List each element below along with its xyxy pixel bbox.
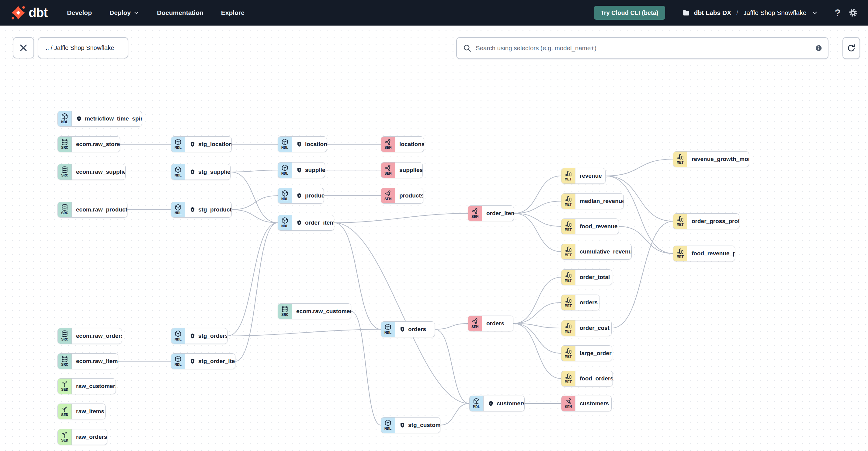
node-customers_sem[interactable]: SEMcustomers bbox=[561, 396, 612, 412]
mdl-badge: MDL bbox=[381, 322, 395, 337]
try-cloud-cli-button[interactable]: Try Cloud CLI (beta) bbox=[594, 6, 665, 20]
node-stg_supplies[interactable]: MDLstg_supplies bbox=[171, 164, 230, 180]
mdl-badge: MDL bbox=[171, 202, 185, 217]
src-badge: SRC bbox=[58, 328, 72, 343]
node-sed_raw_items[interactable]: SEDraw_items bbox=[58, 403, 105, 419]
node-met_order_total[interactable]: METorder_total bbox=[561, 269, 612, 285]
met-badge: MET bbox=[561, 168, 576, 183]
nav-item-documentation[interactable]: Documentation bbox=[157, 9, 204, 17]
node-raw_supplies[interactable]: SRCecom.raw_supplies bbox=[58, 164, 126, 180]
metric-icon bbox=[677, 248, 684, 255]
node-order_item_sem[interactable]: SEMorder_item bbox=[468, 205, 514, 221]
help-icon[interactable]: ? bbox=[835, 7, 841, 19]
node-locations_mdl[interactable]: MDLlocations bbox=[278, 136, 327, 152]
node-label: orders bbox=[482, 316, 509, 331]
cube-icon bbox=[281, 190, 288, 197]
account-name: dbt Labs DX bbox=[694, 9, 732, 17]
database-icon bbox=[281, 305, 288, 312]
nav-item-deploy[interactable]: Deploy bbox=[110, 9, 139, 17]
node-label: order_total bbox=[576, 270, 612, 285]
node-met_order_gross_profit[interactable]: METorder_gross_profit bbox=[673, 213, 739, 229]
node-label: revenue bbox=[576, 168, 605, 183]
node-label: stg_products bbox=[185, 202, 231, 217]
info-icon[interactable] bbox=[815, 44, 823, 52]
node-stg_customers[interactable]: MDLstg_customers bbox=[381, 417, 440, 433]
nav-menu: DevelopDeployDocumentationExplore bbox=[67, 9, 245, 17]
cube-icon bbox=[384, 419, 392, 426]
cube-icon bbox=[281, 164, 288, 171]
node-customers_mdl[interactable]: MDLcustomers bbox=[469, 396, 525, 412]
shield-icon bbox=[296, 220, 302, 226]
node-type-label: SRC bbox=[61, 174, 68, 178]
search-input[interactable] bbox=[476, 44, 811, 52]
node-met_revenue_growth_mom[interactable]: METrevenue_growth_mom bbox=[673, 151, 749, 167]
node-raw_stores[interactable]: SRCecom.raw_stores bbox=[58, 136, 120, 152]
mdl-badge: MDL bbox=[470, 396, 484, 411]
node-stg_orders[interactable]: MDLstg_orders bbox=[171, 328, 227, 344]
node-sed_raw_customers[interactable]: SEDraw_customers bbox=[58, 378, 116, 394]
project-selector[interactable]: dbt Labs DX / Jaffle Shop Snowflake bbox=[682, 9, 818, 17]
node-label: stg_locations bbox=[185, 137, 231, 152]
src-badge: SRC bbox=[58, 137, 72, 152]
nav-item-develop[interactable]: Develop bbox=[67, 9, 92, 17]
src-badge: SRC bbox=[58, 354, 72, 369]
close-lineage-button[interactable] bbox=[13, 37, 34, 58]
node-orders_mdl[interactable]: MDLorders bbox=[381, 321, 435, 337]
node-raw_products[interactable]: SRCecom.raw_products bbox=[58, 202, 127, 218]
database-icon bbox=[61, 356, 68, 362]
node-raw_orders_src[interactable]: SRCecom.raw_orders bbox=[58, 328, 122, 344]
node-type-label: MET bbox=[565, 355, 572, 359]
node-orders_sem[interactable]: SEMorders bbox=[468, 315, 514, 331]
node-met_cumulative_revenue[interactable]: METcumulative_revenue bbox=[561, 244, 632, 260]
node-stg_locations[interactable]: MDLstg_locations bbox=[171, 136, 232, 152]
node-metricflow_time_spine[interactable]: MDLmetricflow_time_spine bbox=[58, 111, 142, 127]
shield-icon bbox=[189, 333, 195, 339]
node-products_sem[interactable]: SEMproducts bbox=[381, 188, 423, 204]
cube-icon bbox=[175, 166, 182, 173]
lineage-canvas[interactable]: MDLmetricflow_time_spineSRCecom.raw_stor… bbox=[0, 26, 868, 451]
gear-icon[interactable] bbox=[848, 8, 858, 17]
node-stg_order_items[interactable]: MDLstg_order_items bbox=[171, 353, 236, 369]
node-met_food_revenue[interactable]: METfood_revenue bbox=[561, 218, 619, 234]
dbt-logo[interactable]: dbt bbox=[11, 5, 48, 20]
node-raw_items_src[interactable]: SRCecom.raw_items bbox=[58, 353, 118, 369]
node-supplies_sem[interactable]: SEMsupplies bbox=[381, 162, 423, 178]
node-type-label: SEM bbox=[384, 172, 392, 176]
sem-badge: SEM bbox=[381, 137, 395, 152]
node-order_items_mdl[interactable]: MDLorder_items bbox=[278, 215, 334, 231]
node-label: customers bbox=[484, 396, 524, 411]
node-label: ecom.raw_supplies bbox=[72, 164, 125, 180]
cube-icon bbox=[175, 330, 182, 337]
refresh-button[interactable] bbox=[842, 37, 860, 59]
met-badge: MET bbox=[561, 346, 576, 361]
met-badge: MET bbox=[561, 321, 576, 336]
node-type-label: MDL bbox=[175, 146, 182, 150]
breadcrumb-separator: / bbox=[735, 9, 739, 17]
nav-item-explore[interactable]: Explore bbox=[221, 9, 245, 17]
node-type-label: MDL bbox=[384, 331, 392, 335]
node-met_revenue[interactable]: METrevenue bbox=[561, 168, 606, 184]
node-type-label: MDL bbox=[175, 211, 182, 215]
node-locations_sem[interactable]: SEMlocations bbox=[381, 136, 424, 152]
node-raw_customers_src[interactable]: SRCecom.raw_customers bbox=[278, 303, 351, 319]
node-met_food_revenue_pct[interactable]: METfood_revenue_pct bbox=[673, 246, 735, 262]
node-met_order_cost[interactable]: METorder_cost bbox=[561, 320, 612, 336]
node-sed_raw_orders[interactable]: SEDraw_orders bbox=[58, 429, 107, 445]
node-met_orders[interactable]: METorders bbox=[561, 295, 599, 310]
mdl-badge: MDL bbox=[278, 188, 292, 203]
breadcrumb[interactable]: .. / Jaffle Shop Snowflake bbox=[38, 37, 128, 58]
met-badge: MET bbox=[561, 219, 576, 234]
node-met_median_revenue[interactable]: METmedian_revenue bbox=[561, 193, 624, 209]
chevron-down-icon bbox=[133, 10, 139, 16]
project-name: Jaffle Shop Snowflake bbox=[743, 9, 806, 17]
node-stg_products[interactable]: MDLstg_products bbox=[171, 202, 232, 218]
cube-icon bbox=[384, 324, 392, 330]
src-badge: SRC bbox=[58, 202, 72, 217]
node-products_mdl[interactable]: MDLproducts bbox=[278, 188, 324, 204]
semantic-model-icon bbox=[471, 208, 478, 214]
node-label: metricflow_time_spine bbox=[72, 111, 142, 126]
node-met_large_order[interactable]: METlarge_order bbox=[561, 345, 612, 361]
met-badge: MET bbox=[673, 214, 687, 229]
node-supplies_mdl[interactable]: MDLsupplies bbox=[278, 162, 325, 178]
node-met_food_orders[interactable]: METfood_orders bbox=[561, 371, 613, 387]
